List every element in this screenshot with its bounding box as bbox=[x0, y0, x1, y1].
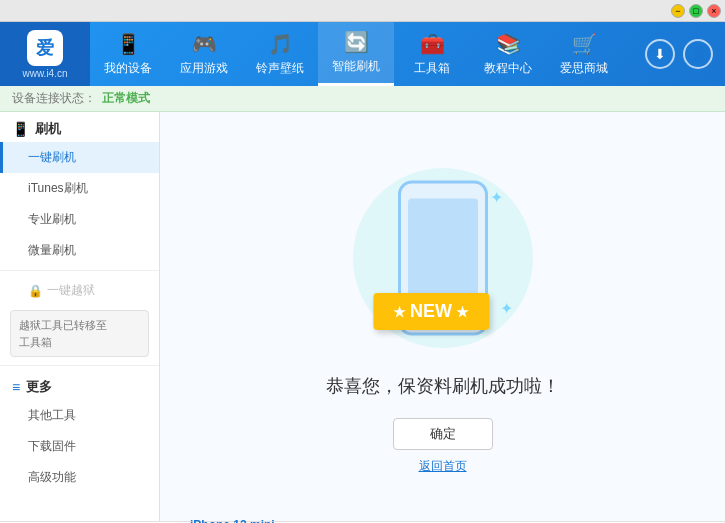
flash-section-icon: 📱 bbox=[12, 121, 29, 137]
sidebar-item-micro-flash[interactable]: 微量刷机 bbox=[0, 235, 159, 266]
close-button[interactable]: × bbox=[707, 4, 721, 18]
logo-icon-text: 爱 bbox=[36, 36, 54, 60]
conn-label: 设备连接状态： bbox=[12, 90, 96, 107]
nav-item-apps-games[interactable]: 🎮 应用游戏 bbox=[166, 22, 242, 86]
minimize-button[interactable]: − bbox=[671, 4, 685, 18]
conn-status: 正常模式 bbox=[102, 90, 150, 107]
nav-label-tutorial: 教程中心 bbox=[484, 60, 532, 77]
title-bar: − □ × bbox=[0, 0, 725, 22]
sidebar-divider-2 bbox=[0, 365, 159, 366]
connection-bar: 设备连接状态： 正常模式 bbox=[0, 86, 725, 112]
sidebar-item-one-click-flash[interactable]: 一键刷机 bbox=[0, 142, 159, 173]
sidebar-jailbreak-note: 越狱工具已转移至工具箱 bbox=[10, 310, 149, 357]
main-area: 📱 刷机 一键刷机 iTunes刷机 专业刷机 微量刷机 🔒 一键越狱 越狱工具… bbox=[0, 112, 725, 521]
one-click-flash-label: 一键刷机 bbox=[28, 150, 76, 164]
maximize-button[interactable]: □ bbox=[689, 4, 703, 18]
nav-items: 📱 我的设备 🎮 应用游戏 🎵 铃声壁纸 🔄 智能刷机 🧰 工具箱 📚 教程中心… bbox=[90, 22, 645, 86]
sidebar-item-jailbreak-disabled: 🔒 一键越狱 bbox=[0, 275, 159, 306]
nav-label-toolbox: 工具箱 bbox=[414, 60, 450, 77]
success-illustration: NEW ✦ ✦ ✦ bbox=[343, 158, 543, 358]
new-badge: NEW bbox=[373, 293, 489, 330]
flash-section-label: 刷机 bbox=[35, 120, 61, 138]
nav-label-ringtones: 铃声壁纸 bbox=[256, 60, 304, 77]
sparkle-icon-2: ✦ bbox=[490, 188, 503, 207]
more-section-label: 更多 bbox=[26, 378, 52, 396]
other-tools-label: 其他工具 bbox=[28, 408, 76, 422]
nav-item-smart-flash[interactable]: 🔄 智能刷机 bbox=[318, 22, 394, 86]
my-device-icon: 📱 bbox=[116, 32, 141, 56]
more-section-icon: ≡ bbox=[12, 379, 20, 395]
logo-text: www.i4.cn bbox=[22, 68, 67, 79]
nav-label-my-device: 我的设备 bbox=[104, 60, 152, 77]
nav-item-toolbox[interactable]: 🧰 工具箱 bbox=[394, 22, 470, 86]
sidebar-section-more: ≡ 更多 bbox=[0, 370, 159, 400]
ringtones-icon: 🎵 bbox=[268, 32, 293, 56]
content-area: NEW ✦ ✦ ✦ 恭喜您，保资料刷机成功啦！ 确定 返回首页 bbox=[160, 112, 725, 521]
pro-flash-label: 专业刷机 bbox=[28, 212, 76, 226]
toolbox-icon: 🧰 bbox=[420, 32, 445, 56]
smart-flash-icon: 🔄 bbox=[344, 30, 369, 54]
nav-label-apps-games: 应用游戏 bbox=[180, 60, 228, 77]
phone-screen bbox=[408, 198, 478, 298]
sparkle-icon-3: ✦ bbox=[500, 299, 513, 318]
nav-item-my-device[interactable]: 📱 我的设备 bbox=[90, 22, 166, 86]
success-text: 恭喜您，保资料刷机成功啦！ bbox=[326, 374, 560, 398]
download-button[interactable]: ⬇ bbox=[645, 39, 675, 69]
nav-item-tutorial[interactable]: 📚 教程中心 bbox=[470, 22, 546, 86]
user-button[interactable]: 👤 bbox=[683, 39, 713, 69]
home-link[interactable]: 返回首页 bbox=[419, 458, 467, 475]
jailbreak-disabled-label: 一键越狱 bbox=[47, 282, 95, 299]
nav-label-shop: 爱思商城 bbox=[560, 60, 608, 77]
apps-games-icon: 🎮 bbox=[192, 32, 217, 56]
sidebar-item-pro-flash[interactable]: 专业刷机 bbox=[0, 204, 159, 235]
tutorial-icon: 📚 bbox=[496, 32, 521, 56]
sidebar-item-itunes-flash[interactable]: iTunes刷机 bbox=[0, 173, 159, 204]
nav-item-ringtones[interactable]: 🎵 铃声壁纸 bbox=[242, 22, 318, 86]
logo-icon: 爱 bbox=[27, 30, 63, 66]
nav-label-smart-flash: 智能刷机 bbox=[332, 58, 380, 75]
device-info: iPhone 12 mini 64GB Down-12mini-13,1 bbox=[190, 518, 275, 524]
micro-flash-label: 微量刷机 bbox=[28, 243, 76, 257]
itunes-flash-label: iTunes刷机 bbox=[28, 181, 88, 195]
status-left: ✓ 自动断连 ✓ 跳过向导 📱 iPhone 12 mini 64GB Down… bbox=[10, 518, 486, 524]
lock-icon: 🔒 bbox=[28, 284, 43, 298]
shop-icon: 🛒 bbox=[572, 32, 597, 56]
sidebar-section-flash: 📱 刷机 bbox=[0, 112, 159, 142]
header: 爱 www.i4.cn 📱 我的设备 🎮 应用游戏 🎵 铃声壁纸 🔄 智能刷机 … bbox=[0, 22, 725, 86]
download-fw-label: 下载固件 bbox=[28, 439, 76, 453]
advanced-label: 高级功能 bbox=[28, 470, 76, 484]
sidebar-item-advanced[interactable]: 高级功能 bbox=[0, 462, 159, 493]
nav-item-shop[interactable]: 🛒 爱思商城 bbox=[546, 22, 622, 86]
confirm-button[interactable]: 确定 bbox=[393, 418, 493, 450]
sidebar-divider-1 bbox=[0, 270, 159, 271]
sidebar: 📱 刷机 一键刷机 iTunes刷机 专业刷机 微量刷机 🔒 一键越狱 越狱工具… bbox=[0, 112, 160, 521]
device-name: iPhone 12 mini bbox=[190, 518, 275, 524]
nav-actions: ⬇ 👤 bbox=[645, 39, 725, 69]
sidebar-item-other-tools[interactable]: 其他工具 bbox=[0, 400, 159, 431]
logo[interactable]: 爱 www.i4.cn bbox=[0, 22, 90, 86]
sidebar-item-download-fw[interactable]: 下载固件 bbox=[0, 431, 159, 462]
